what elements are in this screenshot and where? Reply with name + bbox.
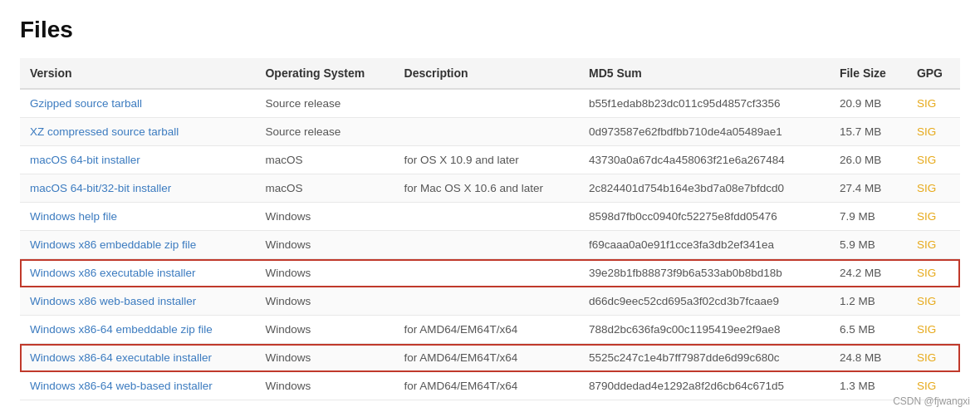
cell-description: for Mac OS X 10.6 and later: [394, 174, 579, 203]
table-row: Windows x86-64 web-based installerWindow…: [20, 372, 960, 400]
gpg-link[interactable]: SIG: [917, 351, 936, 364]
cell-version: Windows x86 executable installer: [20, 259, 255, 287]
cell-gpg: SIG: [907, 118, 960, 146]
cell-md5: 2c824401d754b164e3bd7a08e7bfdcd0: [579, 174, 830, 203]
cell-os: Source release: [255, 89, 394, 118]
cell-version: Windows x86-64 embeddable zip file: [20, 316, 255, 344]
gpg-link[interactable]: SIG: [917, 267, 936, 279]
table-row: Windows x86 embeddable zip fileWindowsf6…: [20, 231, 960, 259]
cell-md5: 39e28b1fb88873f9b6a533ab0b8bd18b: [579, 259, 830, 287]
column-header-description: Description: [394, 58, 579, 89]
version-link[interactable]: Gzipped source tarball: [30, 97, 142, 110]
column-header-gpg: GPG: [907, 58, 960, 89]
gpg-link[interactable]: SIG: [917, 238, 936, 251]
cell-gpg: SIG: [907, 203, 960, 231]
column-header-version: Version: [20, 58, 255, 89]
table-row: Windows x86-64 embeddable zip fileWindow…: [20, 316, 960, 344]
cell-filesize: 26.0 MB: [830, 146, 907, 174]
cell-md5: 0d973587e62fbdfbb710de4a05489ae1: [579, 118, 830, 146]
version-link[interactable]: macOS 64-bit/32-bit installer: [30, 182, 171, 194]
cell-os: macOS: [255, 146, 394, 174]
cell-gpg: SIG: [907, 89, 960, 118]
cell-os: Windows: [255, 203, 394, 231]
watermark: CSDN @fjwangxi: [893, 395, 970, 407]
column-header-operating-system: Operating System: [255, 58, 394, 89]
gpg-link[interactable]: SIG: [917, 97, 936, 110]
gpg-link[interactable]: SIG: [917, 323, 936, 336]
cell-os: Windows: [255, 287, 394, 316]
cell-md5: 788d2bc636fa9c00c1195419ee2f9ae8: [579, 316, 830, 344]
cell-version: macOS 64-bit/32-bit installer: [20, 174, 255, 203]
cell-md5: 5525c247c1e4b7ff7987dde6d99c680c: [579, 344, 830, 372]
cell-gpg: SIG: [907, 231, 960, 259]
version-link[interactable]: Windows x86 web-based installer: [30, 295, 196, 307]
cell-version: Windows help file: [20, 203, 255, 231]
table-row: Windows x86 executable installerWindows3…: [20, 259, 960, 287]
gpg-link[interactable]: SIG: [917, 295, 936, 307]
version-link[interactable]: Windows x86-64 embeddable zip file: [30, 323, 213, 336]
cell-description: [394, 89, 579, 118]
cell-gpg: SIG: [907, 174, 960, 203]
cell-filesize: 5.9 MB: [830, 231, 907, 259]
cell-description: [394, 259, 579, 287]
cell-version: Gzipped source tarball: [20, 89, 255, 118]
cell-description: for AMD64/EM64T/x64: [394, 316, 579, 344]
gpg-link[interactable]: SIG: [917, 380, 936, 392]
cell-description: for OS X 10.9 and later: [394, 146, 579, 174]
table-row: macOS 64-bit/32-bit installermacOSfor Ma…: [20, 174, 960, 203]
cell-filesize: 27.4 MB: [830, 174, 907, 203]
gpg-link[interactable]: SIG: [917, 125, 936, 138]
table-row: Windows x86 web-based installerWindowsd6…: [20, 287, 960, 316]
version-link[interactable]: Windows x86-64 web-based installer: [30, 380, 213, 392]
table-row: XZ compressed source tarballSource relea…: [20, 118, 960, 146]
version-link[interactable]: Windows x86-64 executable installer: [30, 351, 212, 364]
cell-filesize: 15.7 MB: [830, 118, 907, 146]
cell-gpg: SIG: [907, 146, 960, 174]
gpg-link[interactable]: SIG: [917, 210, 936, 223]
table-row: macOS 64-bit installermacOSfor OS X 10.9…: [20, 146, 960, 174]
cell-version: Windows x86 web-based installer: [20, 287, 255, 316]
cell-filesize: 7.9 MB: [830, 203, 907, 231]
cell-description: [394, 203, 579, 231]
cell-version: Windows x86 embeddable zip file: [20, 231, 255, 259]
version-link[interactable]: Windows x86 executable installer: [30, 267, 196, 279]
cell-description: [394, 231, 579, 259]
version-link[interactable]: Windows x86 embeddable zip file: [30, 238, 196, 251]
cell-md5: f69caaa0a0e91f1cce3fa3db2ef341ea: [579, 231, 830, 259]
cell-filesize: 20.9 MB: [830, 89, 907, 118]
cell-md5: 43730a0a67dc4a458063f21e6a267484: [579, 146, 830, 174]
table-body: Gzipped source tarballSource releaseb55f…: [20, 89, 960, 400]
cell-description: for AMD64/EM64T/x64: [394, 372, 579, 400]
page-title: Files: [20, 17, 960, 43]
table-header: VersionOperating SystemDescriptionMD5 Su…: [20, 58, 960, 89]
cell-os: Windows: [255, 344, 394, 372]
cell-md5: d66dc9eec52cd695a3f02cd3b7fcaae9: [579, 287, 830, 316]
version-link[interactable]: macOS 64-bit installer: [30, 154, 140, 166]
column-header-file-size: File Size: [830, 58, 907, 89]
cell-description: [394, 287, 579, 316]
cell-version: Windows x86-64 web-based installer: [20, 372, 255, 400]
table-row: Gzipped source tarballSource releaseb55f…: [20, 89, 960, 118]
cell-filesize: 24.2 MB: [830, 259, 907, 287]
cell-md5: 8598d7fb0cc0940fc52275e8fdd05476: [579, 203, 830, 231]
cell-os: Windows: [255, 372, 394, 400]
cell-gpg: SIG: [907, 344, 960, 372]
cell-gpg: SIG: [907, 316, 960, 344]
cell-os: Source release: [255, 118, 394, 146]
table-row: Windows help fileWindows8598d7fb0cc0940f…: [20, 203, 960, 231]
version-link[interactable]: XZ compressed source tarball: [30, 125, 179, 138]
cell-description: for AMD64/EM64T/x64: [394, 344, 579, 372]
gpg-link[interactable]: SIG: [917, 154, 936, 166]
cell-gpg: SIG: [907, 259, 960, 287]
gpg-link[interactable]: SIG: [917, 182, 936, 194]
cell-os: Windows: [255, 316, 394, 344]
cell-description: [394, 118, 579, 146]
header-row: VersionOperating SystemDescriptionMD5 Su…: [20, 58, 960, 89]
version-link[interactable]: Windows help file: [30, 210, 117, 223]
cell-version: XZ compressed source tarball: [20, 118, 255, 146]
column-header-md5-sum: MD5 Sum: [579, 58, 830, 89]
cell-filesize: 1.2 MB: [830, 287, 907, 316]
table-row: Windows x86-64 executable installerWindo…: [20, 344, 960, 372]
cell-os: Windows: [255, 231, 394, 259]
cell-os: Windows: [255, 259, 394, 287]
